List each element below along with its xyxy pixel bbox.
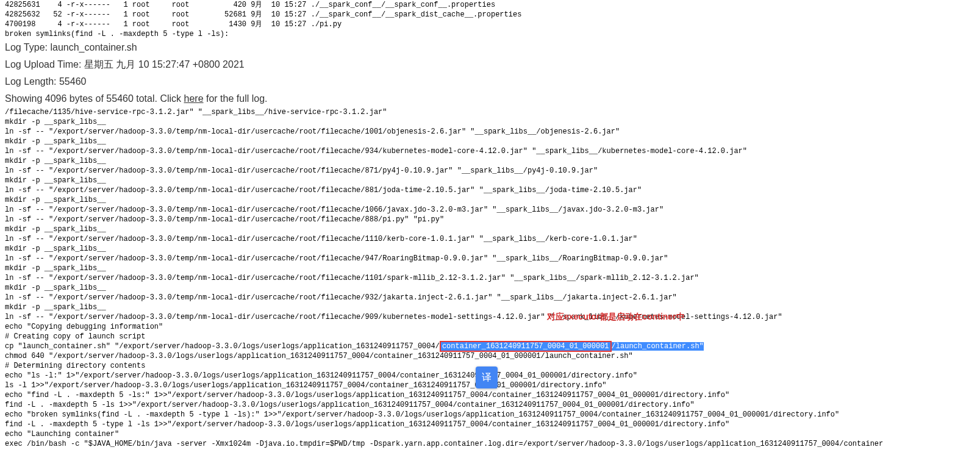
translate-button[interactable]: 译 bbox=[476, 367, 498, 388]
container-id-highlight: container_1631240911757_0004_01_000001 bbox=[440, 341, 612, 352]
log-body-2: echo "Copying debugging information" # C… bbox=[0, 322, 980, 341]
log-body-3: chmod 640 "/export/server/hadoop-3.3.0/l… bbox=[0, 351, 980, 449]
full-log-link[interactable]: here bbox=[184, 93, 204, 104]
log-upload-value: 星期五 九月 10 15:27:47 +0800 2021 bbox=[84, 59, 245, 70]
log-upload-label: Log Upload Time: bbox=[5, 59, 84, 70]
log-length-heading: Log Length: 55460 bbox=[0, 73, 980, 90]
log-length-label: Log Length: bbox=[5, 76, 59, 87]
annotation-text: 对应executor都是启动在continer中 bbox=[547, 312, 685, 321]
log-body-1: /filecache/1135/hive-service-rpc-3.1.2.j… bbox=[0, 107, 980, 312]
cp-selected-suffix: /launch_container.sh" bbox=[612, 342, 704, 351]
log-type-value: launch_container.sh bbox=[50, 42, 137, 52]
showing-suffix: for the full log. bbox=[204, 93, 268, 104]
showing-line: Showing 4096 bytes of 55460 total. Click… bbox=[0, 90, 980, 107]
log-length-value: 55460 bbox=[59, 76, 87, 87]
log-viewer: 42825631 4 -r-x------ 1 root root 420 9月… bbox=[0, 0, 980, 449]
top-file-listing: 42825631 4 -r-x------ 1 root root 420 9月… bbox=[0, 0, 980, 39]
log-line-with-annotation: ln -sf -- "/export/server/hadoop-3.3.0/t… bbox=[0, 312, 980, 322]
cp-launch-container-line: cp "launch_container.sh" "/export/server… bbox=[0, 341, 980, 351]
cp-prefix: cp "launch_container.sh" "/export/server… bbox=[5, 342, 440, 351]
log-type-heading: Log Type: launch_container.sh bbox=[0, 39, 980, 56]
translate-icon: 译 bbox=[482, 371, 492, 384]
log-type-label: Log Type: bbox=[5, 42, 50, 52]
log-upload-heading: Log Upload Time: 星期五 九月 10 15:27:47 +080… bbox=[0, 56, 980, 73]
showing-prefix: Showing 4096 bytes of 55460 total. Click bbox=[5, 93, 184, 104]
